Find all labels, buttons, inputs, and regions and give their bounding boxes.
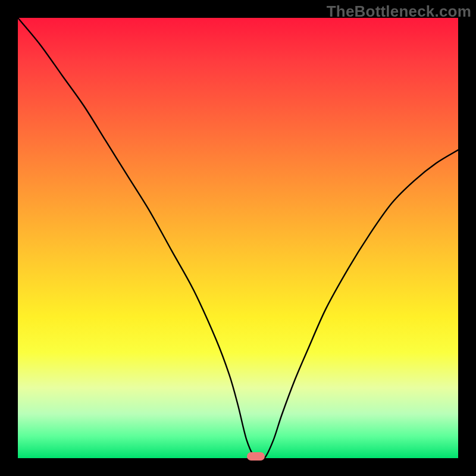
bottleneck-curve bbox=[18, 18, 458, 458]
chart-frame: TheBottleneck.com bbox=[0, 0, 476, 476]
optimal-marker bbox=[247, 452, 265, 461]
plot-area bbox=[18, 18, 458, 458]
watermark-text: TheBottleneck.com bbox=[327, 2, 471, 21]
